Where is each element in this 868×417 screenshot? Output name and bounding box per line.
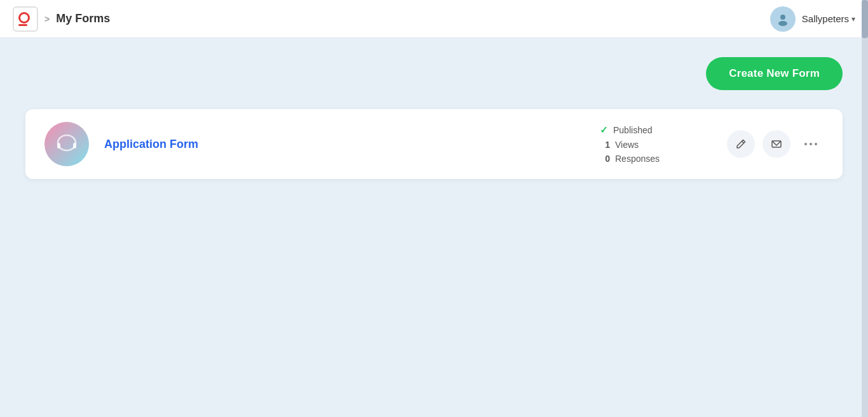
svg-point-7 (810, 143, 812, 145)
scrollbar-track[interactable] (862, 0, 868, 417)
form-card: Application Form ✓ Published 1 Views 0 R… (25, 109, 843, 179)
svg-point-1 (778, 21, 787, 26)
header-left: > My Forms (13, 6, 110, 32)
avatar[interactable] (770, 6, 796, 32)
svg-point-2 (58, 135, 76, 150)
app-logo[interactable] (13, 6, 38, 32)
create-btn-row: Create New Form (25, 57, 843, 90)
svg-rect-4 (73, 143, 76, 149)
dropdown-arrow-icon: ▾ (851, 15, 855, 23)
views-label: Views (615, 140, 639, 150)
published-status-row: ✓ Published (600, 124, 702, 136)
edit-button[interactable] (727, 130, 755, 158)
logo-bar (18, 24, 27, 26)
views-count: 1 (600, 140, 610, 150)
svg-rect-3 (57, 143, 60, 149)
responses-label: Responses (615, 154, 660, 164)
email-icon (771, 138, 782, 150)
responses-count: 0 (600, 154, 610, 164)
email-button[interactable] (763, 130, 790, 158)
scrollbar-thumb[interactable] (862, 0, 868, 38)
create-new-form-button[interactable]: Create New Form (706, 57, 843, 90)
more-options-icon (803, 138, 818, 150)
logo-graphic (18, 12, 32, 26)
views-row: 1 Views (600, 140, 702, 150)
main-content: Create New Form Application Form ✓ Publi… (0, 38, 868, 198)
form-name[interactable]: Application Form (104, 138, 600, 151)
check-icon: ✓ (600, 124, 608, 136)
breadcrumb-separator: > (44, 14, 50, 24)
responses-row: 0 Responses (600, 154, 702, 164)
svg-point-8 (815, 143, 817, 145)
username-text: Sallypeters (802, 13, 849, 24)
breadcrumb-title: My Forms (56, 12, 110, 25)
header: > My Forms Sallypeters ▾ (0, 0, 868, 38)
edit-icon (735, 138, 747, 150)
logo-circle (18, 12, 30, 23)
svg-point-0 (780, 15, 785, 20)
form-stats: ✓ Published 1 Views 0 Responses (600, 124, 702, 164)
username-display[interactable]: Sallypeters ▾ (802, 13, 855, 24)
more-options-button[interactable] (798, 136, 824, 152)
form-thumbnail (44, 122, 89, 166)
svg-point-6 (804, 143, 807, 145)
form-actions (727, 130, 824, 158)
header-right: Sallypeters ▾ (770, 6, 855, 32)
published-label: Published (613, 125, 653, 135)
headphones-icon (53, 130, 81, 158)
